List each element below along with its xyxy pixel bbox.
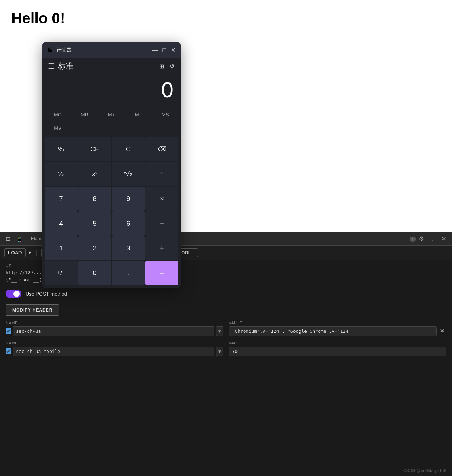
- devtools-close-icon[interactable]: ✕: [439, 234, 449, 244]
- name-row-1: ▾: [6, 326, 223, 336]
- six-button[interactable]: 6: [112, 211, 145, 236]
- modify-header-button[interactable]: MODIFY HEADER: [6, 304, 59, 316]
- memory-recall-button[interactable]: MR: [71, 108, 98, 121]
- name-label-1: Name: [6, 321, 223, 325]
- devtools-badge: 1: [410, 237, 416, 242]
- field-name-group-1: Name ▾: [6, 321, 223, 336]
- calculator-window: 🖩 计算器 — □ ✕ ☰ 标准 ⊞ ↺ 0 MC MR M+ M− MS M∨…: [42, 42, 181, 288]
- post-method-toggle[interactable]: [6, 290, 21, 298]
- field-name-input-1[interactable]: [13, 326, 214, 336]
- percent-button[interactable]: %: [45, 137, 78, 161]
- equals-button[interactable]: =: [145, 261, 178, 285]
- page-heading: Hello 0!: [0, 0, 452, 37]
- header-field-row-1: Name ▾ Value ✕: [6, 321, 446, 336]
- negate-button[interactable]: +/−: [45, 261, 78, 285]
- field-name-dropdown-2[interactable]: ▾: [216, 347, 223, 356]
- divide-button[interactable]: ÷: [145, 162, 178, 186]
- memory-clear-button[interactable]: MC: [45, 108, 71, 121]
- close-button[interactable]: ✕: [171, 47, 176, 53]
- always-on-top-icon[interactable]: ⊞: [159, 63, 164, 70]
- square-button[interactable]: x²: [78, 162, 111, 186]
- value-label-2: Value: [229, 341, 447, 345]
- calc-memory-row: MC MR M+ M− MS M∨: [42, 107, 181, 136]
- minimize-button[interactable]: —: [152, 47, 158, 53]
- history-icon[interactable]: ↺: [170, 62, 175, 70]
- field-name-input-2[interactable]: [13, 347, 214, 356]
- toolbar-separator-1: |: [34, 249, 40, 256]
- post-method-label: Use POST method: [25, 291, 67, 297]
- field-name-dropdown-1[interactable]: ▾: [216, 326, 223, 336]
- memory-add-button[interactable]: M+: [98, 108, 125, 121]
- field-name-group-2: Name ▾: [6, 341, 223, 356]
- sqrt-button[interactable]: ²√x: [112, 162, 145, 186]
- zero-button[interactable]: 0: [78, 261, 111, 285]
- menu-icon[interactable]: ☰: [48, 62, 55, 70]
- clear-button[interactable]: C: [112, 137, 145, 161]
- calc-display: 0: [42, 74, 181, 107]
- calc-title: 计算器: [57, 47, 152, 53]
- four-button[interactable]: 4: [45, 211, 78, 236]
- memory-store-button[interactable]: MS: [152, 108, 178, 121]
- five-button[interactable]: 5: [78, 211, 111, 236]
- value-row-1: ✕: [229, 326, 447, 336]
- calc-button-grid: % CE C ⌫ ¹⁄ₓ x² ²√x ÷ 7 8 9 × 4 5 6 − 1 …: [42, 136, 181, 288]
- backspace-button[interactable]: ⌫: [145, 137, 178, 161]
- field-value-group-2: Value: [229, 341, 447, 356]
- load-dropdown-button[interactable]: ▾: [27, 249, 33, 257]
- nine-button[interactable]: 9: [112, 187, 145, 211]
- multiply-button[interactable]: ×: [145, 187, 178, 211]
- decimal-button[interactable]: .: [112, 261, 145, 285]
- field-close-button-1[interactable]: ✕: [438, 327, 446, 335]
- calc-titlebar: 🖩 计算器 — □ ✕: [42, 42, 181, 58]
- field-value-input-2[interactable]: [229, 347, 447, 356]
- calc-header: ☰ 标准 ⊞ ↺: [42, 58, 181, 74]
- field-checkbox-1[interactable]: [6, 328, 11, 334]
- devtools-more-icon[interactable]: ⋮: [427, 234, 439, 244]
- calc-display-value: 0: [50, 78, 173, 102]
- header-field-row-2: Name ▾ Value: [6, 341, 446, 356]
- field-value-group-1: Value ✕: [229, 321, 447, 336]
- three-button[interactable]: 3: [112, 236, 145, 260]
- reciprocal-button[interactable]: ¹⁄ₓ: [45, 162, 78, 186]
- devtools-settings-icon[interactable]: ⚙: [416, 234, 427, 244]
- memory-menu-button[interactable]: M∨: [45, 122, 71, 134]
- calc-window-controls: — □ ✕: [152, 47, 176, 53]
- value-row-2: [229, 347, 447, 356]
- field-value-input-1[interactable]: [229, 326, 437, 336]
- calc-mode-label: 标准: [58, 61, 156, 71]
- header-fields-container: Name ▾ Value ✕ Name: [0, 321, 452, 360]
- load-button[interactable]: LOAD: [4, 248, 26, 257]
- field-checkbox-2[interactable]: [6, 348, 11, 354]
- ce-button[interactable]: CE: [78, 137, 111, 161]
- value-label-1: Value: [229, 321, 447, 325]
- modify-header-section: MODIFY HEADER: [0, 302, 452, 321]
- one-button[interactable]: 1: [45, 236, 78, 260]
- devtools-inspect-icon[interactable]: ⊡: [3, 234, 13, 244]
- calc-app-icon: 🖩: [47, 47, 54, 54]
- csdn-watermark: CSDN @nn0nkey×1n9: [403, 468, 446, 473]
- post-method-toggle-row: Use POST method: [0, 286, 452, 302]
- subtract-button[interactable]: −: [145, 211, 178, 236]
- name-label-2: Name: [6, 341, 223, 345]
- add-button[interactable]: +: [145, 236, 178, 260]
- maximize-button[interactable]: □: [162, 47, 166, 53]
- name-row-2: ▾: [6, 347, 223, 356]
- devtools-device-icon[interactable]: 📱: [13, 234, 26, 244]
- two-button[interactable]: 2: [78, 236, 111, 260]
- eight-button[interactable]: 8: [78, 187, 111, 211]
- seven-button[interactable]: 7: [45, 187, 78, 211]
- memory-subtract-button[interactable]: M−: [125, 108, 151, 121]
